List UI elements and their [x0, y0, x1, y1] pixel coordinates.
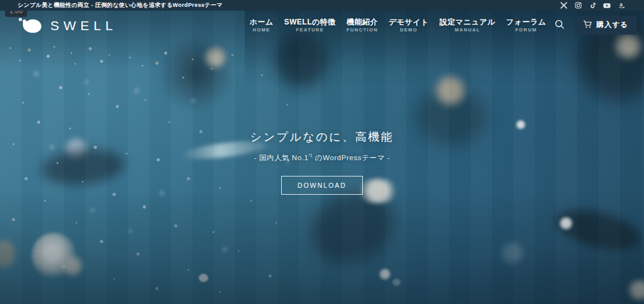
- hero-title: シンプルなのに、高機能: [0, 129, 644, 144]
- nav-item-function[interactable]: 機能紹介 FUNCTION: [347, 18, 378, 33]
- purchase-label: 購入する: [596, 20, 628, 30]
- hero-subtitle-suffix: のWordPressテーマ -: [313, 154, 390, 161]
- swell-homepage: シンプル美と機能性の両立 - 圧倒的な使い心地を追求するWordPressテーマ…: [0, 0, 644, 304]
- nav-sublabel: FORUM: [515, 28, 537, 33]
- cart-icon: [583, 20, 592, 30]
- site-tagline: シンプル美と機能性の両立 - 圧倒的な使い心地を追求するWordPressテーマ: [18, 0, 223, 11]
- nav-label: SWELLの特徴: [284, 18, 336, 26]
- nav-sublabel: MANUAL: [455, 28, 480, 33]
- purchase-button[interactable]: 購入する: [575, 16, 636, 35]
- nav-label: 機能紹介: [347, 18, 378, 26]
- nav-label: デモサイト: [389, 18, 429, 26]
- nav-label: フォーラム: [506, 18, 547, 26]
- nav-item-home[interactable]: ホーム HOME: [250, 18, 274, 33]
- site-logo[interactable]: SWELL: [18, 14, 117, 36]
- nav-sublabel: HOME: [253, 28, 270, 33]
- nav-item-demo[interactable]: デモサイト DEMO: [389, 18, 429, 33]
- nav-label: ホーム: [250, 18, 274, 26]
- main-nav: ホーム HOME SWELLの特徴 FEATURE 機能紹介 FUNCTION …: [250, 18, 547, 33]
- search-icon: [554, 19, 565, 32]
- nav-item-forum[interactable]: フォーラム FORUM: [506, 18, 547, 33]
- nav-sublabel: DEMO: [400, 28, 418, 33]
- svg-text:a: a: [619, 2, 623, 8]
- nav-item-feature[interactable]: SWELLの特徴 FEATURE: [284, 18, 336, 33]
- hero-content: シンプルなのに、高機能 - 国内人気 No.1*1 のWordPressテーマ …: [0, 129, 644, 195]
- logo-text: SWELL: [50, 19, 117, 32]
- nav-item-manual[interactable]: 設定マニュアル MANUAL: [440, 18, 496, 33]
- instagram-icon[interactable]: [574, 2, 582, 9]
- nav-sublabel: FUNCTION: [347, 28, 378, 33]
- top-bar: シンプル美と機能性の両立 - 圧倒的な使い心地を追求するWordPressテーマ…: [0, 0, 644, 11]
- youtube-icon[interactable]: [603, 2, 611, 9]
- amazon-icon[interactable]: a: [618, 2, 625, 9]
- site-header: SWELL ホーム HOME SWELLの特徴 FEATURE 機能紹介 FUN…: [0, 11, 644, 40]
- social-links: a: [560, 2, 625, 9]
- download-button[interactable]: DOWNLOAD: [281, 176, 363, 195]
- nav-label: 設定マニュアル: [440, 18, 496, 26]
- hero-subtitle-prefix: - 国内人気 No.1: [254, 154, 309, 161]
- search-button[interactable]: [554, 19, 565, 32]
- tiktok-icon[interactable]: [589, 2, 596, 9]
- hero-subtitle: - 国内人気 No.1*1 のWordPressテーマ -: [0, 153, 644, 163]
- nav-sublabel: FEATURE: [296, 28, 325, 33]
- swell-whale-logo-icon: [18, 14, 45, 36]
- x-icon[interactable]: [560, 2, 567, 9]
